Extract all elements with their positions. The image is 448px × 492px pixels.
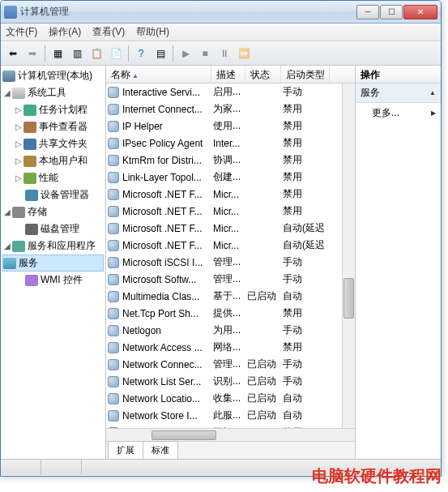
service-desc: 创建... <box>213 170 247 184</box>
service-row[interactable]: IP Helper使用...禁用 <box>106 118 342 135</box>
service-icon <box>108 257 119 268</box>
service-desc: Inter... <box>213 138 247 149</box>
maximize-button[interactable]: ☐ <box>380 5 403 19</box>
tab-extended[interactable]: 扩展 <box>108 441 143 459</box>
tree-system-tools[interactable]: ◢系统工具 <box>2 84 104 101</box>
services-list[interactable]: Interactive Servi...启用...手动Internet Conn… <box>106 83 342 428</box>
service-row[interactable]: Microsoft .NET F...Micr...禁用 <box>106 203 342 220</box>
titlebar[interactable]: 计算机管理 ─ ☐ ✕ <box>1 1 441 24</box>
service-row[interactable]: Microsoft iSCSI I...管理...手动 <box>106 254 342 271</box>
service-row[interactable]: IPsec Policy AgentInter...禁用 <box>106 135 342 152</box>
column-name[interactable]: 名称▲ <box>106 66 211 83</box>
service-icon <box>108 359 119 370</box>
service-startup: 禁用 <box>283 426 331 428</box>
column-description[interactable]: 描述 <box>211 66 245 83</box>
service-name: Network Connec... <box>122 359 213 370</box>
tree-local-users[interactable]: ▷本地用户和 <box>2 152 104 169</box>
service-status: 已启动 <box>247 357 283 371</box>
service-row[interactable]: Network Access ...网络...禁用 <box>106 339 342 356</box>
navigation-tree[interactable]: 计算机管理(本地) ◢系统工具 ▷任务计划程 ▷事件查看器 ▷共享文件夹 ▷本地… <box>1 66 106 459</box>
tree-shared-folders[interactable]: ▷共享文件夹 <box>2 135 104 152</box>
scrollbar-thumb[interactable] <box>343 278 354 319</box>
export-button[interactable]: 📄 <box>107 45 125 62</box>
app-icon <box>4 6 17 19</box>
tree-performance[interactable]: ▷性能 <box>2 169 104 186</box>
service-desc: 管理... <box>213 255 247 269</box>
help-button[interactable]: ? <box>132 45 150 62</box>
service-row[interactable]: Interactive Servi...启用...手动 <box>106 83 342 101</box>
tab-standard[interactable]: 标准 <box>143 441 178 459</box>
service-status: 已启动 <box>247 391 283 405</box>
service-name: Microsoft Softw... <box>122 274 213 285</box>
tree-disk-management[interactable]: 磁盘管理 <box>2 220 104 237</box>
service-name: KtmRm for Distri... <box>122 155 213 166</box>
tree-services-apps[interactable]: ◢服务和应用程序 <box>2 237 104 255</box>
service-startup: 禁用 <box>283 102 331 116</box>
service-row[interactable]: Microsoft .NET F...Micr...禁用 <box>106 186 342 203</box>
service-row[interactable]: Network Connec...管理...已启动手动 <box>106 356 342 373</box>
service-status: 已启动 <box>247 409 283 422</box>
service-name: Net.Tcp Port Sh... <box>122 308 213 319</box>
service-name: IP Helper <box>122 121 213 132</box>
service-icon <box>108 138 119 149</box>
minimize-button[interactable]: ─ <box>356 5 379 19</box>
column-status[interactable]: 状态 <box>245 66 281 83</box>
play-button[interactable]: ▶ <box>177 45 194 62</box>
service-startup: 手动 <box>283 374 331 388</box>
tree-device-manager[interactable]: 设备管理器 <box>2 186 104 203</box>
view-button[interactable]: ▥ <box>68 45 86 62</box>
service-row[interactable]: Multimedia Clas...基于...已启动自动 <box>106 288 342 305</box>
vertical-scrollbar[interactable] <box>342 83 355 428</box>
service-desc: 协调... <box>213 153 247 167</box>
service-row[interactable]: Link-Layer Topol...创建...禁用 <box>106 169 342 186</box>
action-group-services[interactable]: 服务▲ <box>356 83 441 103</box>
close-button[interactable]: ✕ <box>403 5 437 19</box>
service-row[interactable]: Offline Files脱机禁用 <box>106 424 342 428</box>
restart-button[interactable]: ⏩ <box>235 45 253 62</box>
service-startup: 手动 <box>283 357 331 371</box>
service-row[interactable]: Net.Tcp Port Sh...提供...禁用 <box>106 305 342 322</box>
service-name: Network Access ... <box>122 342 213 353</box>
horizontal-scrollbar[interactable] <box>106 428 355 441</box>
tree-task-scheduler[interactable]: ▷任务计划程 <box>2 101 104 118</box>
service-row[interactable]: Microsoft .NET F...Micr...自动(延迟 <box>106 220 342 237</box>
properties-button[interactable]: ▤ <box>151 45 169 62</box>
service-row[interactable]: Microsoft Softw...管理...手动 <box>106 271 342 288</box>
scrollbar-thumb-h[interactable] <box>151 430 216 440</box>
service-icon <box>108 104 119 115</box>
service-row[interactable]: Internet Connect...为家...禁用 <box>106 101 342 118</box>
refresh-button[interactable]: 📋 <box>87 45 105 62</box>
service-startup: 自动 <box>283 289 331 303</box>
service-row[interactable]: Network Locatio...收集...已启动自动 <box>106 390 342 407</box>
tree-services[interactable]: 服务 <box>2 255 104 272</box>
stop-button[interactable]: ■ <box>196 45 214 62</box>
service-desc: 脱机 <box>213 426 247 428</box>
service-row[interactable]: KtmRm for Distri...协调...禁用 <box>106 152 342 169</box>
service-row[interactable]: Network Store I...此服...已启动自动 <box>106 407 342 424</box>
tree-wmi[interactable]: WMI 控件 <box>2 272 104 289</box>
back-button[interactable]: ⬅ <box>4 45 22 62</box>
service-row[interactable]: Network List Ser...识别...已启动手动 <box>106 373 342 390</box>
service-icon <box>108 121 119 132</box>
show-hide-button[interactable]: ▦ <box>49 45 66 62</box>
service-desc: 网络... <box>213 340 247 354</box>
action-more[interactable]: 更多...▶ <box>356 103 441 123</box>
menu-help[interactable]: 帮助(H) <box>136 25 169 39</box>
sort-arrow-icon: ▲ <box>132 72 139 79</box>
view-tabs: 扩展 标准 <box>106 441 355 459</box>
service-row[interactable]: Netlogon为用...手动 <box>106 322 342 339</box>
tree-event-viewer[interactable]: ▷事件查看器 <box>2 118 104 135</box>
menubar: 文件(F) 操作(A) 查看(V) 帮助(H) <box>1 24 441 41</box>
forward-button[interactable]: ➡ <box>23 45 41 62</box>
tree-root[interactable]: 计算机管理(本地) <box>2 67 104 84</box>
menu-file[interactable]: 文件(F) <box>6 25 37 39</box>
service-row[interactable]: Microsoft .NET F...Micr...自动(延迟 <box>106 237 342 254</box>
service-startup: 自动 <box>283 409 331 422</box>
menu-action[interactable]: 操作(A) <box>49 25 81 39</box>
tree-storage[interactable]: ◢存储 <box>2 203 104 220</box>
service-desc: 为用... <box>213 323 247 337</box>
pause-button[interactable]: ⏸ <box>215 45 233 62</box>
service-startup: 手动 <box>283 255 331 269</box>
column-startup[interactable]: 启动类型 <box>281 66 330 83</box>
menu-view[interactable]: 查看(V) <box>92 25 125 39</box>
